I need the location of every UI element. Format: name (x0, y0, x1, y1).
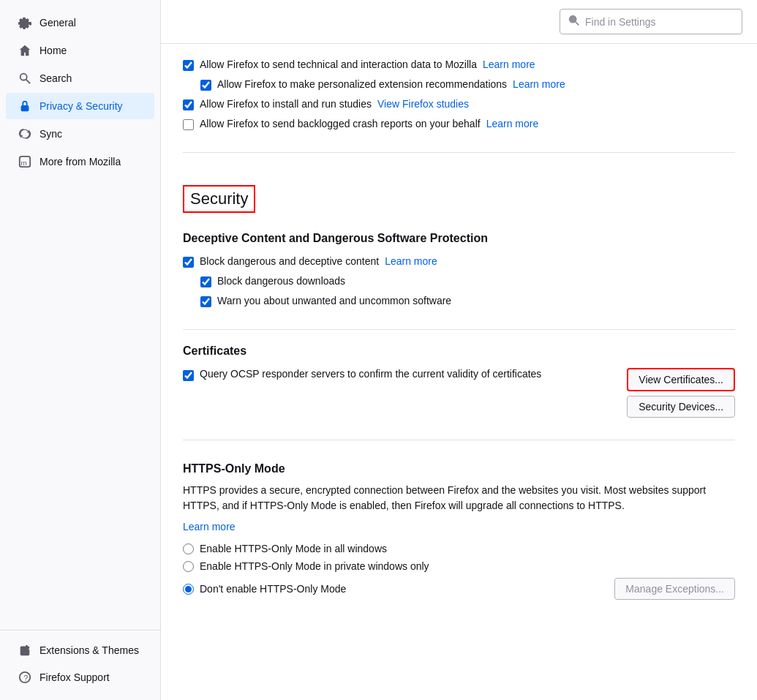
checkbox-studies[interactable] (183, 99, 194, 110)
https-section: HTTPS-Only Mode HTTPS provides a secure,… (183, 462, 735, 600)
sidebar-item-sync[interactable]: Sync (6, 121, 154, 147)
sidebar-item-privacy-security-label: Privacy & Security (39, 100, 123, 112)
checkbox-technical-data[interactable] (183, 60, 194, 71)
sidebar-item-extensions-themes[interactable]: Extensions & Themes (6, 637, 154, 663)
deceptive-content-section: Deceptive Content and Dangerous Software… (183, 232, 735, 307)
svg-text:m: m (21, 159, 27, 167)
lock-icon (18, 99, 32, 113)
content-area: Allow Firefox to send technical and inte… (161, 44, 757, 622)
svg-text:?: ? (23, 674, 28, 682)
sidebar: General Home Search Privacy & Security S… (0, 0, 161, 700)
divider-2 (183, 440, 735, 440)
view-firefox-studies[interactable]: View Firefox studies (377, 98, 469, 110)
certificates-section: Certificates Query OCSP responder server… (183, 345, 735, 418)
checkbox-extension-recs-label: Allow Firefox to make personalized exten… (217, 78, 507, 90)
mozilla-icon: m (18, 154, 32, 169)
checkbox-block-dangerous[interactable] (183, 257, 194, 268)
gear-icon (18, 15, 32, 30)
search-icon (568, 14, 581, 29)
divider-1 (183, 329, 735, 330)
checkbox-row-studies: Allow Firefox to install and run studies… (183, 98, 735, 110)
sidebar-item-home-label: Home (39, 45, 67, 56)
sidebar-item-general-label: General (39, 17, 76, 29)
checkbox-block-downloads-label: Block dangerous downloads (217, 275, 345, 287)
search-nav-icon (18, 71, 32, 86)
support-icon: ? (18, 670, 32, 685)
view-certificates-button[interactable]: View Certificates... (627, 368, 735, 391)
sidebar-item-extensions-label: Extensions & Themes (39, 644, 139, 656)
sidebar-item-firefox-support[interactable]: ? Firefox Support (6, 664, 154, 690)
main-content: Allow Firefox to send technical and inte… (161, 0, 757, 700)
checkbox-crash-reports-label: Allow Firefox to send backlogged crash r… (200, 118, 481, 129)
cert-ocsp-label: Query OCSP responder servers to confirm … (200, 368, 541, 380)
sidebar-item-more-from-mozilla[interactable]: m More from Mozilla (6, 148, 154, 175)
radio-https-all-label: Enable HTTPS-Only Mode in all windows (200, 543, 387, 554)
deceptive-content-heading: Deceptive Content and Dangerous Software… (183, 232, 735, 245)
cert-buttons: View Certificates... Security Devices... (627, 368, 735, 418)
checkbox-studies-label: Allow Firefox to install and run studies (200, 98, 372, 110)
sync-icon (18, 127, 32, 141)
learn-more-technical-data[interactable]: Learn more (483, 59, 535, 70)
radio-https-disabled-label: Don't enable HTTPS-Only Mode (200, 583, 346, 595)
security-heading: Security (183, 185, 255, 213)
search-bar[interactable] (560, 9, 742, 34)
checkbox-row-crash-reports: Allow Firefox to send backlogged crash r… (183, 118, 735, 130)
search-bar-container (161, 0, 757, 44)
sidebar-item-general[interactable]: General (6, 10, 154, 36)
checkbox-crash-reports[interactable] (183, 119, 194, 130)
checkbox-block-downloads[interactable] (200, 276, 211, 287)
checkbox-warn-unwanted-label: Warn you about unwanted and uncommon sof… (217, 295, 451, 306)
checkbox-row-block-dangerous: Block dangerous and deceptive content Le… (183, 255, 735, 268)
home-icon (18, 43, 32, 58)
radio-row-https-private: Enable HTTPS-Only Mode in private window… (183, 560, 735, 572)
https-learn-more[interactable]: Learn more (183, 521, 735, 532)
sidebar-item-search[interactable]: Search (6, 65, 154, 91)
checkbox-extension-recs[interactable] (200, 80, 211, 91)
manage-exceptions-button[interactable]: Manage Exceptions... (614, 578, 735, 600)
search-input[interactable] (585, 16, 734, 28)
certificates-heading: Certificates (183, 345, 735, 358)
checkbox-row-block-downloads: Block dangerous downloads (183, 275, 735, 287)
svg-point-0 (20, 74, 27, 80)
radio-row-https-disabled: Don't enable HTTPS-Only Mode (183, 583, 346, 595)
sidebar-item-privacy-security[interactable]: Privacy & Security (6, 93, 154, 119)
svg-line-8 (576, 22, 579, 26)
learn-more-extension-recs[interactable]: Learn more (513, 78, 565, 90)
sidebar-item-support-label: Firefox Support (39, 671, 110, 683)
checkbox-row-technical-data: Allow Firefox to send technical and inte… (183, 59, 735, 71)
sidebar-item-search-label: Search (39, 72, 72, 84)
checkbox-ocsp[interactable] (183, 370, 194, 381)
checkbox-row-extension-recs: Allow Firefox to make personalized exten… (183, 78, 735, 91)
https-description: HTTPS provides a secure, encrypted conne… (183, 483, 735, 513)
cert-ocsp-row: Query OCSP responder servers to confirm … (183, 368, 608, 381)
sidebar-bottom: Extensions & Themes ? Firefox Support (0, 630, 160, 691)
sidebar-item-mozilla-label: More from Mozilla (39, 156, 121, 168)
svg-line-1 (26, 80, 30, 83)
checkbox-block-dangerous-label: Block dangerous and deceptive content (200, 255, 379, 267)
radio-https-all-windows[interactable] (183, 543, 194, 554)
top-checkboxes-section: Allow Firefox to send technical and inte… (183, 59, 735, 153)
security-devices-button[interactable]: Security Devices... (627, 396, 735, 418)
learn-more-block-dangerous[interactable]: Learn more (385, 255, 437, 267)
radio-https-private-label: Enable HTTPS-Only Mode in private window… (200, 560, 429, 572)
sidebar-item-home[interactable]: Home (6, 37, 154, 64)
checkbox-technical-data-label: Allow Firefox to send technical and inte… (200, 59, 477, 70)
svg-rect-2 (21, 105, 29, 111)
extensions-icon (18, 643, 32, 658)
learn-more-crash-reports[interactable]: Learn more (486, 118, 539, 129)
radio-https-disabled[interactable] (183, 584, 194, 595)
https-title: HTTPS-Only Mode (183, 462, 735, 475)
checkbox-row-warn-unwanted: Warn you about unwanted and uncommon sof… (183, 295, 735, 307)
radio-row-https-all: Enable HTTPS-Only Mode in all windows (183, 543, 735, 554)
svg-point-7 (570, 16, 576, 23)
radio-https-private[interactable] (183, 561, 194, 572)
sidebar-item-sync-label: Sync (39, 128, 62, 140)
checkbox-warn-unwanted[interactable] (200, 296, 211, 307)
